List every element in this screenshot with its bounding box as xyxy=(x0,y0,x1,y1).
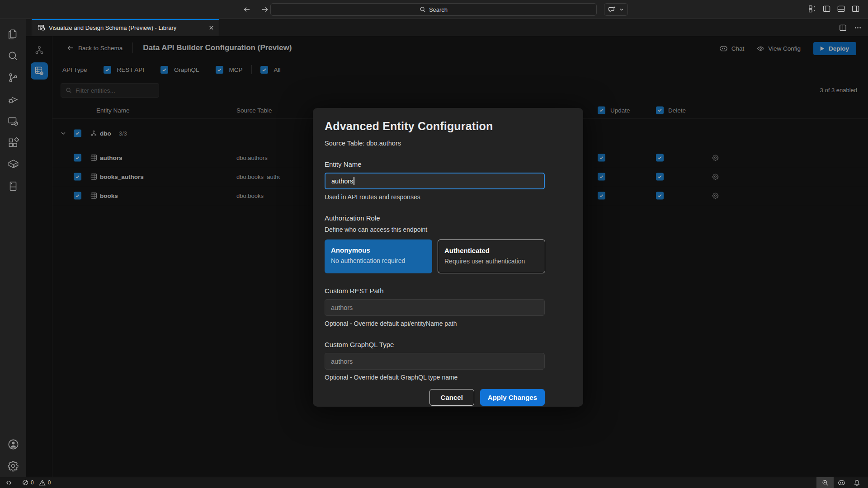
history-back-button[interactable] xyxy=(241,4,253,15)
extensions-icon[interactable] xyxy=(2,132,24,154)
remote-indicator[interactable] xyxy=(5,479,12,486)
remote-icon xyxy=(5,479,12,486)
arrow-right-icon xyxy=(261,6,269,13)
chat-sparkle-icon xyxy=(608,5,616,14)
tab-bar: Visualize and Design Schema (Preview) - … xyxy=(26,19,868,36)
copilot-icon xyxy=(838,479,845,487)
split-editor-icon[interactable] xyxy=(839,24,847,32)
toggle-panel-icon[interactable] xyxy=(837,5,845,13)
custom-graphql-type-input[interactable]: authors xyxy=(325,353,545,370)
errors-count: 0 xyxy=(31,479,34,486)
bell-icon xyxy=(854,479,860,486)
authorization-role-label: Authorization Role xyxy=(325,214,569,222)
remote-explorer-icon[interactable] xyxy=(2,110,24,132)
history-forward-button[interactable] xyxy=(259,4,271,15)
authenticated-option-card[interactable]: Authenticated Requires user authenticati… xyxy=(438,239,545,273)
tab-title: Visualize and Design Schema (Preview) - … xyxy=(49,24,205,31)
tab-close-icon[interactable] xyxy=(208,25,214,31)
authorization-role-hint: Define who can access this endpoint xyxy=(325,226,569,233)
entity-name-hint: Used in API routes and responses xyxy=(325,193,569,201)
explorer-icon[interactable] xyxy=(2,23,24,45)
advanced-entity-config-modal: Advanced Entity Configuration Source Tab… xyxy=(313,108,583,407)
warnings-count: 0 xyxy=(48,479,51,486)
modal-title: Advanced Entity Configuration xyxy=(325,120,569,133)
tab-visualize-design-schema[interactable]: Visualize and Design Schema (Preview) - … xyxy=(32,19,219,36)
text-caret xyxy=(354,177,354,185)
cancel-button[interactable]: Cancel xyxy=(429,389,474,406)
copilot-status-button[interactable] xyxy=(834,479,849,487)
notifications-bell-button[interactable] xyxy=(849,479,864,486)
problems-indicator[interactable]: 0 0 xyxy=(22,479,51,486)
toggle-primary-sidebar-icon[interactable] xyxy=(822,5,831,13)
custom-rest-path-hint: Optional - Override default api/entityNa… xyxy=(325,320,569,327)
status-bar: 0 0 xyxy=(0,477,868,488)
arrow-left-icon xyxy=(243,6,250,13)
container-tools-icon[interactable] xyxy=(2,154,24,175)
custom-rest-path-label: Custom REST Path xyxy=(325,287,569,295)
copilot-chat-button[interactable] xyxy=(604,3,628,16)
source-control-icon[interactable] xyxy=(2,67,24,89)
customize-layout-icon[interactable] xyxy=(808,5,816,13)
anonymous-option-card[interactable]: Anonymous No authentication required xyxy=(325,239,432,273)
apply-changes-button[interactable]: Apply Changes xyxy=(480,389,545,406)
custom-rest-path-input[interactable]: authors xyxy=(325,299,545,316)
custom-graphql-type-hint: Optional - Override default GraphQL type… xyxy=(325,374,569,381)
warnings-icon xyxy=(39,479,46,486)
errors-icon xyxy=(22,479,28,486)
modal-source-table: Source Table: dbo.authors xyxy=(325,140,569,147)
more-actions-icon[interactable] xyxy=(854,24,862,32)
entity-name-input[interactable]: authors xyxy=(325,173,545,189)
search-placeholder: Search xyxy=(429,6,448,13)
settings-gear-icon[interactable] xyxy=(2,455,24,477)
activity-bar xyxy=(0,19,26,477)
custom-graphql-type-label: Custom GraphQL Type xyxy=(325,341,569,348)
database-projects-icon[interactable] xyxy=(2,175,24,197)
entity-name-label: Entity Name xyxy=(325,160,569,168)
run-debug-icon[interactable] xyxy=(2,89,24,110)
command-center-search[interactable]: Search xyxy=(270,3,597,16)
accounts-icon[interactable] xyxy=(2,433,24,455)
vscode-window: Search xyxy=(0,0,868,488)
search-view-icon[interactable] xyxy=(2,45,24,67)
title-bar: Search xyxy=(0,0,868,19)
search-icon xyxy=(420,6,426,13)
zoom-in-icon xyxy=(822,479,829,486)
toggle-secondary-sidebar-icon[interactable] xyxy=(851,5,860,13)
webview-panel: Back to Schema Data API Builder Configur… xyxy=(26,36,868,477)
zoom-status-button[interactable] xyxy=(816,477,834,488)
schema-designer-icon xyxy=(38,24,45,32)
chevron-down-icon xyxy=(619,7,624,12)
